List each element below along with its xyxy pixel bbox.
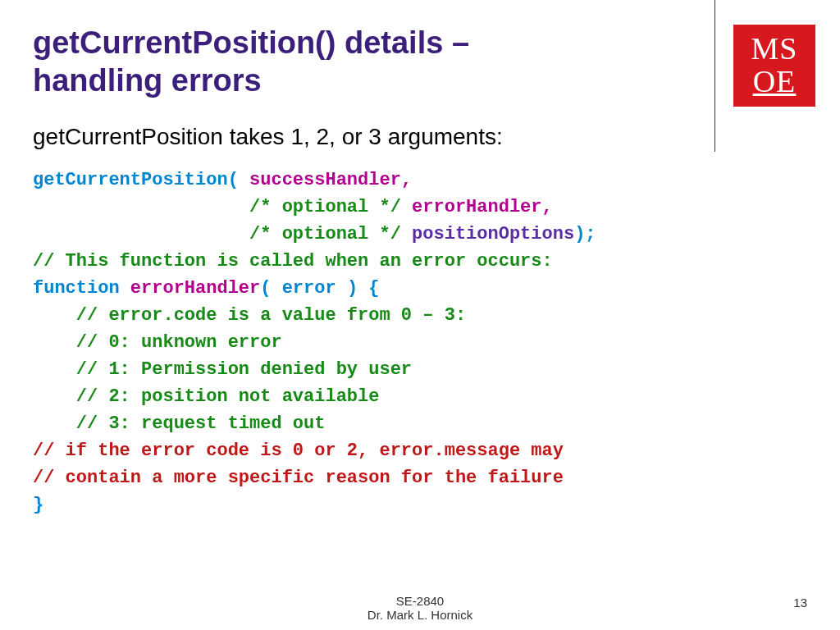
code-opt1: /* optional */ [249, 197, 412, 217]
code-fn-name: getCurrentPosition [33, 170, 228, 190]
code-kw-function: function [33, 278, 130, 299]
code-body1: // error.code is a value from 0 – 3: [33, 305, 466, 326]
footer-course: SE-2840 [0, 594, 840, 608]
code-arg3: positionOptions [412, 224, 574, 244]
code-arg1: successHandler [249, 170, 401, 190]
slide-title: getCurrentPosition() details – handling … [33, 25, 607, 99]
code-close-brace: } [33, 495, 43, 515]
code-open-paren: ( [228, 170, 249, 190]
code-pad2 [33, 197, 249, 217]
code-close: ); [574, 224, 596, 244]
code-err-sig: ( error ) { [260, 278, 379, 299]
code-comma2: , [542, 197, 553, 217]
code-err-name: errorHandler [130, 278, 260, 299]
code-tail2: // contain a more specific reason for th… [33, 468, 564, 488]
logo-divider [714, 0, 715, 152]
intro-text: getCurrentPosition takes 1, 2, or 3 argu… [33, 124, 807, 150]
code-body2: // 0: unknown error [33, 332, 282, 353]
code-body4: // 2: position not available [33, 386, 379, 407]
msoe-logo: MS OE [733, 25, 815, 107]
code-comment1: // This function is called when an error… [33, 251, 553, 272]
code-tail1: // if the error code is 0 or 2, error.me… [33, 441, 564, 461]
code-pad3 [33, 224, 249, 244]
logo-block: MS OE [714, 0, 815, 152]
footer: SE-2840 Dr. Mark L. Hornick [0, 594, 840, 622]
logo-bottom: OE [753, 66, 797, 98]
code-opt2: /* optional */ [249, 224, 412, 244]
code-block: getCurrentPosition( successHandler, /* o… [33, 167, 807, 518]
code-body3: // 1: Permission denied by user [33, 359, 412, 380]
footer-author: Dr. Mark L. Hornick [0, 608, 840, 622]
logo-top: MS [751, 33, 798, 66]
code-body5: // 3: request timed out [33, 413, 325, 434]
page-number: 13 [793, 596, 807, 609]
code-comma1: , [401, 170, 412, 190]
code-arg2: errorHandler [412, 197, 541, 217]
